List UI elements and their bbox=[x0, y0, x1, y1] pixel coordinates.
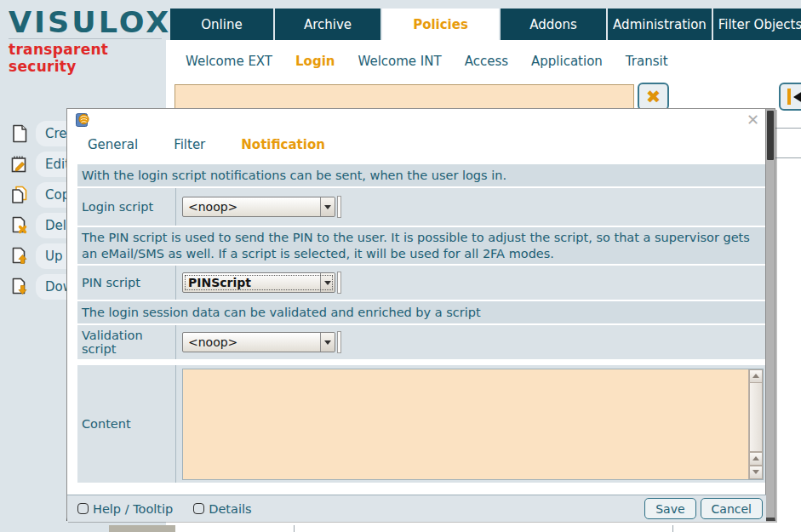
pin-script-field: PINScript bbox=[175, 266, 765, 300]
details-label[interactable]: Details bbox=[209, 502, 251, 516]
scroll-up-icon[interactable] bbox=[749, 452, 763, 466]
document-new-icon bbox=[9, 123, 30, 144]
validation-script-label: Validation script bbox=[77, 325, 175, 359]
search-input[interactable] bbox=[175, 84, 634, 109]
sub-nav-login[interactable]: Login bbox=[295, 54, 335, 69]
document-delete-icon bbox=[9, 215, 30, 236]
clear-x-icon: ✖ bbox=[646, 87, 661, 107]
background-fragment bbox=[109, 525, 175, 532]
pin-script-row: PIN script PINScript bbox=[77, 266, 765, 300]
validation-script-value: <noop> bbox=[183, 333, 320, 352]
clear-search-button[interactable]: ✖ bbox=[638, 83, 669, 111]
content-textarea[interactable] bbox=[183, 369, 748, 479]
details-checkbox[interactable] bbox=[193, 503, 204, 514]
cancel-button[interactable]: Cancel bbox=[701, 498, 763, 519]
content-row: Content bbox=[77, 365, 765, 483]
dialog-scrollbar-thumb[interactable] bbox=[767, 111, 774, 160]
arrow-left-icon bbox=[793, 89, 801, 105]
main-nav-tab-archive[interactable]: Archive bbox=[275, 9, 380, 40]
login-script-field: <noop> bbox=[175, 188, 765, 226]
textarea-scrollbar[interactable] bbox=[748, 369, 763, 479]
login-script-value: <noop> bbox=[183, 197, 320, 216]
tab-notification[interactable]: Notification bbox=[241, 137, 325, 156]
collapse-bar-icon bbox=[787, 89, 791, 105]
sub-nav-access[interactable]: Access bbox=[465, 54, 508, 69]
table-column-divider bbox=[294, 525, 295, 532]
dialog-footer: Help / Tooltip Details Save Cancel bbox=[67, 495, 766, 522]
chevron-down-icon[interactable] bbox=[320, 273, 335, 292]
login-script-select[interactable]: <noop> bbox=[182, 197, 335, 217]
combo-edge-decoration bbox=[337, 196, 341, 218]
policy-edit-dialog: ✕ General Filter Notification With the l… bbox=[66, 108, 775, 521]
chevron-down-icon[interactable] bbox=[320, 333, 335, 352]
sub-nav-welcome-int[interactable]: Welcome INT bbox=[358, 54, 441, 69]
content-field bbox=[175, 365, 765, 483]
main-nav-tab-policies[interactable]: Policies bbox=[382, 9, 499, 40]
scroll-down-icon[interactable] bbox=[749, 466, 763, 479]
pin-script-select[interactable]: PINScript bbox=[182, 272, 335, 293]
dialog-scrollbar[interactable] bbox=[765, 109, 775, 518]
document-upload-icon bbox=[9, 246, 30, 266]
main-nav-tab-online[interactable]: Online bbox=[170, 9, 273, 40]
combo-edge-decoration bbox=[337, 331, 341, 353]
tab-filter[interactable]: Filter bbox=[174, 137, 205, 156]
sub-nav: Welcome EXT Login Welcome INT Access App… bbox=[186, 51, 668, 72]
save-button[interactable]: Save bbox=[644, 498, 695, 519]
brand-logo: VISULOX transparent security bbox=[9, 7, 162, 75]
validation-script-row: Validation script <noop> bbox=[77, 325, 765, 359]
validation-script-field: <noop> bbox=[175, 325, 765, 359]
main-nav-tab-filter-objects[interactable]: Filter Objects bbox=[713, 9, 801, 40]
chevron-down-icon[interactable] bbox=[320, 197, 335, 216]
content-label: Content bbox=[77, 365, 175, 483]
login-script-info-text: With the login script notifications can … bbox=[77, 164, 765, 186]
brand-tagline: transparent security bbox=[9, 41, 162, 75]
app-window: VISULOX transparent security Online Arch… bbox=[0, 0, 801, 532]
validation-script-select[interactable]: <noop> bbox=[182, 332, 335, 352]
main-nav: Online Archive Policies Addons Administr… bbox=[170, 9, 801, 40]
brand-name: VISULOX bbox=[9, 8, 162, 37]
document-download-icon bbox=[9, 277, 30, 297]
scroll-up-icon[interactable] bbox=[749, 369, 763, 383]
main-nav-tab-addons[interactable]: Addons bbox=[501, 9, 606, 40]
document-edit-icon bbox=[9, 154, 30, 174]
textarea-scrollbar-thumb[interactable] bbox=[749, 383, 763, 452]
validation-script-info-text: The login session data can be validated … bbox=[77, 301, 765, 323]
dialog-tabs: General Filter Notification bbox=[88, 137, 325, 156]
help-tooltip-checkbox[interactable] bbox=[77, 503, 89, 514]
pin-script-label: PIN script bbox=[77, 266, 175, 300]
table-column-divider bbox=[672, 525, 673, 532]
sub-nav-transit[interactable]: Transit bbox=[626, 54, 668, 69]
sub-nav-welcome-ext[interactable]: Welcome EXT bbox=[186, 54, 272, 69]
login-script-row: Login script <noop> bbox=[77, 188, 765, 226]
tab-general[interactable]: General bbox=[88, 137, 138, 156]
login-script-label: Login script bbox=[77, 188, 175, 226]
main-nav-tab-administration[interactable]: Administration bbox=[608, 9, 712, 40]
document-copy-icon bbox=[9, 185, 30, 205]
help-tooltip-label[interactable]: Help / Tooltip bbox=[93, 502, 173, 516]
pin-script-info-text: The PIN script is used to send the PIN t… bbox=[77, 227, 765, 264]
collapse-panel-button[interactable] bbox=[779, 83, 801, 111]
sub-nav-application[interactable]: Application bbox=[531, 54, 603, 69]
combo-edge-decoration bbox=[337, 272, 341, 294]
pin-script-value: PINScript bbox=[183, 273, 320, 292]
close-icon[interactable]: ✕ bbox=[747, 112, 759, 128]
globe-icon bbox=[76, 113, 90, 128]
content-textarea-frame bbox=[182, 369, 764, 480]
